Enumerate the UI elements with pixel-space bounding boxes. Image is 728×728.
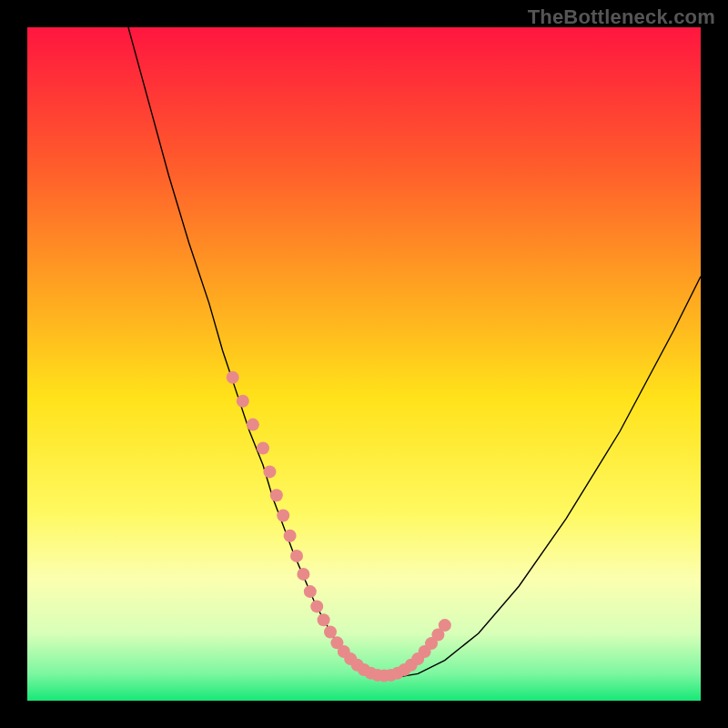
chart-container: TheBottleneck.com — [0, 0, 728, 728]
chart-svg — [27, 27, 701, 701]
highlight-dots — [237, 395, 249, 408]
highlight-dots — [297, 568, 309, 581]
watermark-label: TheBottleneck.com — [528, 5, 715, 29]
highlight-dots — [324, 626, 337, 639]
highlight-dots — [247, 419, 259, 431]
highlight-dots — [277, 510, 289, 522]
highlight-dots — [290, 550, 303, 562]
plot-area — [27, 27, 701, 701]
highlight-dots — [257, 442, 269, 455]
highlight-dots — [318, 613, 330, 626]
gradient-background — [27, 27, 701, 701]
highlight-dots — [304, 585, 317, 598]
highlight-dots — [284, 530, 297, 542]
highlight-dots — [310, 600, 323, 612]
highlight-dots — [270, 489, 283, 501]
highlight-dots — [227, 371, 239, 384]
highlight-dots — [263, 465, 276, 478]
highlight-dots — [439, 619, 451, 632]
